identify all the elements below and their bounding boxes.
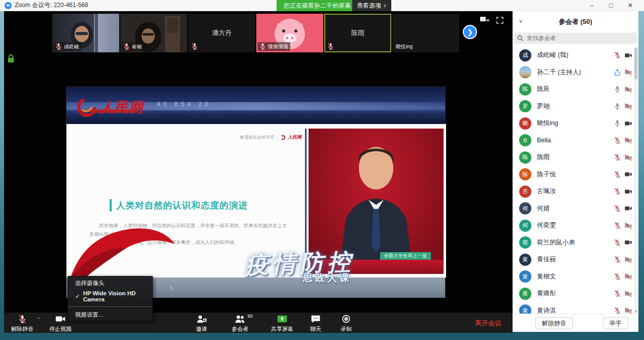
- video-tile[interactable]: 潘方丹: [188, 14, 255, 52]
- invite-icon: [196, 315, 207, 323]
- close-button[interactable]: ✕: [621, 0, 640, 11]
- avatar: 荷: [519, 236, 531, 249]
- participant-row[interactable]: 黄黄诗淇: [513, 302, 638, 314]
- participant-row[interactable]: BBella: [513, 132, 638, 149]
- avatar: 古: [519, 186, 531, 198]
- invite-label: 邀请: [196, 326, 207, 332]
- avatar: 黄: [519, 254, 531, 266]
- camera-name: HP Wide Vision HD Camera: [83, 290, 147, 302]
- share-screen-label: 共享屏幕: [271, 326, 293, 332]
- participant-row[interactable]: 晓晓悦ing: [513, 115, 638, 132]
- participant-row[interactable]: 陈陈雨: [513, 149, 638, 166]
- participant-row[interactable]: 陈陈子悦: [513, 166, 638, 183]
- avatar: 陈: [519, 83, 531, 96]
- video-tile[interactable]: 成屹峻: [52, 14, 119, 52]
- mic-muted-icon: [327, 43, 334, 50]
- mic-muted-icon: [614, 171, 621, 178]
- avatar: 黄: [519, 304, 531, 314]
- mic-muted-icon: [614, 137, 621, 144]
- scrollbar-thumb[interactable]: [634, 48, 637, 79]
- maximize-button[interactable]: □: [601, 0, 621, 11]
- mic-muted-icon: [614, 307, 621, 314]
- participant-row[interactable]: 何何奕雯: [513, 217, 638, 234]
- mic-icon: [614, 85, 621, 93]
- view-options-button[interactable]: 查看选项 ∨: [352, 0, 391, 11]
- mic-options-chevron[interactable]: ⌃: [37, 317, 41, 322]
- leave-meeting-button[interactable]: 离开会议: [475, 319, 501, 328]
- participant-row[interactable]: 孙二千 (主持人): [513, 64, 638, 81]
- participant-name: 晓悦ing: [537, 119, 558, 128]
- check-icon: ✓: [75, 293, 80, 300]
- video-tile[interactable]: 陈雨: [324, 14, 391, 52]
- search-input[interactable]: [526, 35, 627, 42]
- panel-footer: 解除静音 举手: [513, 314, 638, 332]
- raise-hand-button[interactable]: 举手: [603, 317, 628, 329]
- overlay-subtitle: 思政大课: [303, 271, 352, 285]
- minimize-button[interactable]: –: [582, 0, 601, 11]
- tile-status: 成屹峻: [54, 42, 81, 51]
- participant-name: 成屹峻 (我): [537, 51, 568, 59]
- record-button[interactable]: 录制: [335, 314, 357, 332]
- participant-status-icons: [614, 98, 632, 115]
- mic-muted-icon: [191, 43, 198, 50]
- next-participants-button[interactable]: ❯: [463, 25, 477, 39]
- gallery-view-icon[interactable]: [480, 17, 489, 24]
- avatar: 罗: [519, 100, 531, 112]
- logo-swirl-icon: [77, 97, 97, 117]
- participant-row[interactable]: 陈陈辰: [513, 81, 638, 98]
- search-icon: [517, 35, 523, 41]
- participant-row[interactable]: 何何婧: [513, 200, 638, 218]
- search-box[interactable]: [514, 33, 637, 44]
- video-tile[interactable]: 慢慢慢慢: [256, 14, 323, 52]
- unmute-button[interactable]: 解除静音: [9, 314, 36, 332]
- participant-status-icons: [614, 268, 632, 286]
- avatar: 陈: [519, 151, 531, 164]
- slide-header-logo: 人民网: [288, 134, 301, 141]
- participant-name: 孙二千 (主持人): [537, 68, 581, 77]
- participant-row[interactable]: 黄黄楷文: [513, 268, 638, 286]
- shared-screen: 人民网 40 654 20 教育部社会科学司 | 人民网 人类对自然的认识和态度…: [66, 86, 446, 297]
- participant-row[interactable]: 黄黄璐彤: [513, 285, 638, 302]
- participants-icon: [234, 315, 246, 323]
- titlebar: Zoom 会议号: 220-461-568 您正在观看孙二千的屏幕 查看选项 ∨…: [0, 0, 644, 11]
- tile-status: [326, 42, 336, 51]
- video-tile[interactable]: 晓悦ing: [392, 14, 459, 52]
- share-screen-button[interactable]: 共享屏幕: [266, 314, 298, 332]
- participant-name-label: 成屹峻: [64, 43, 79, 50]
- video-settings-item[interactable]: 视频设置...: [68, 309, 152, 321]
- scrollbar[interactable]: ▼: [634, 47, 638, 314]
- participant-row[interactable]: 成成屹峻 (我): [513, 47, 638, 64]
- avatar: B: [519, 134, 531, 146]
- video-strip: 成屹峻俞敏潘方丹慢慢慢慢陈雨晓悦ing: [52, 14, 459, 52]
- video-tile[interactable]: 俞敏: [120, 14, 187, 52]
- participants-button[interactable]: 50 参会者: [226, 314, 254, 332]
- view-options-label: 查看选项: [357, 0, 381, 11]
- camera-off-icon: [624, 153, 632, 162]
- participant-name-label: 俞敏: [132, 43, 142, 50]
- zoom-app-icon: [5, 2, 12, 9]
- invite-button[interactable]: 邀请: [189, 314, 214, 332]
- slide-header-separator: |: [277, 135, 278, 140]
- participant-row[interactable]: 荷荷兰的鼠小弟: [513, 234, 638, 252]
- participant-row[interactable]: 古古珮汝: [513, 183, 638, 200]
- camera-off-icon: [624, 256, 632, 264]
- scroll-down-icon[interactable]: ▼: [634, 310, 638, 313]
- mic-muted-icon: [259, 43, 266, 50]
- chat-button[interactable]: 聊天: [304, 314, 327, 332]
- chevron-down-icon: ∨: [383, 0, 387, 11]
- participant-name: Bella: [537, 137, 551, 144]
- participant-name: 黄楷文: [537, 272, 556, 281]
- camera-off-icon: [624, 272, 632, 281]
- peoples-daily-logo: 人民网: [77, 97, 144, 117]
- footer-unmute-button[interactable]: 解除静音: [535, 317, 573, 329]
- participant-status-icons: [614, 285, 632, 302]
- participants-label: 参会者: [232, 326, 249, 332]
- camera-menu-item-selected[interactable]: ✓ HP Wide Vision HD Camera: [68, 288, 152, 304]
- participant-status-icons: [614, 149, 632, 166]
- mic-muted-icon: [614, 153, 621, 161]
- fullscreen-icon[interactable]: [496, 17, 503, 24]
- logo-text: 人民网: [100, 98, 144, 116]
- participant-row[interactable]: 黄黄佳丽: [513, 251, 638, 268]
- camera-on-icon: [624, 119, 632, 128]
- participant-row[interactable]: 罗罗翊: [513, 98, 638, 115]
